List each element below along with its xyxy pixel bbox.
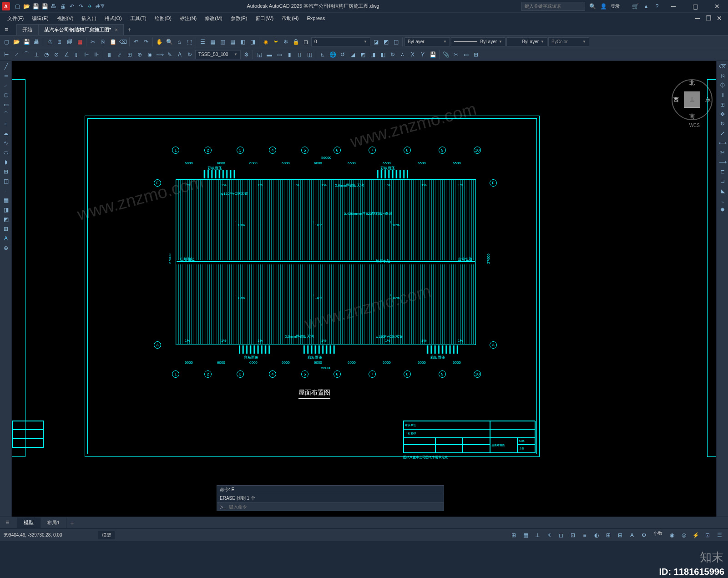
ortho-icon[interactable]: ⊥	[532, 530, 542, 540]
explode-icon[interactable]: ✸	[718, 205, 728, 214]
ucs-view-icon[interactable]: ◨	[368, 50, 377, 59]
polygon-icon[interactable]: ⬡	[1, 91, 11, 100]
layerprev-icon[interactable]: ◫	[391, 37, 400, 46]
ellipse-icon[interactable]: ⬭	[1, 148, 11, 157]
menu-close-icon[interactable]: ✕	[714, 14, 724, 23]
publish-icon[interactable]: 🗐	[65, 37, 74, 46]
close-button[interactable]: ✕	[708, 0, 726, 13]
ucs-orig-icon[interactable]: ◧	[378, 50, 387, 59]
otrack-icon[interactable]: ⊡	[568, 530, 578, 540]
zoomwin-icon[interactable]: ⌂	[175, 37, 184, 46]
markup-icon[interactable]: ◧	[238, 37, 247, 46]
copy-obj-icon[interactable]: ⎘	[718, 71, 728, 81]
qcalc-icon[interactable]: ◨	[248, 37, 257, 46]
vp4-icon[interactable]: ▯	[295, 50, 304, 59]
hamburger-icon[interactable]: ≡	[5, 26, 14, 35]
drawing-canvas[interactable]: 北 南 东 西 上 WCS www.znzmo.com www.znzmo.co…	[12, 61, 716, 541]
view-named-icon[interactable]: ◱	[255, 50, 264, 59]
save-icon[interactable]: 💾	[32, 3, 39, 10]
tab-close-icon[interactable]: ×	[115, 27, 118, 33]
vp1-icon[interactable]: ▬	[265, 50, 274, 59]
new-icon[interactable]: ▢	[14, 3, 21, 10]
ucs-obj-icon[interactable]: ◩	[358, 50, 367, 59]
rotate-icon[interactable]: ↻	[718, 119, 728, 128]
sc-icon[interactable]: ⊟	[615, 530, 625, 540]
print-icon[interactable]: 🖨	[59, 3, 66, 10]
copy-icon[interactable]: ⎘	[98, 37, 107, 46]
units-label[interactable]: 小数	[651, 530, 665, 540]
offset-icon[interactable]: ⫴	[718, 91, 728, 100]
ref-clip-icon[interactable]: ✂	[451, 50, 460, 59]
paste-icon[interactable]: 📋	[108, 37, 117, 46]
tab-drawing[interactable]: 某汽车公司钢结构厂房施工图* ×	[38, 24, 124, 35]
menu-view[interactable]: 视图(V)	[53, 14, 77, 23]
user-icon[interactable]: 👤	[600, 3, 607, 10]
point-icon[interactable]: ·	[1, 186, 11, 195]
ref-frame-icon[interactable]: ▭	[461, 50, 470, 59]
scale-icon[interactable]: ⤢	[718, 129, 728, 138]
break-icon[interactable]: ⊏	[718, 167, 728, 176]
dim-cont-icon[interactable]: ⊪	[92, 50, 101, 59]
ref-attach-icon[interactable]: 📎	[441, 50, 450, 59]
help-icon[interactable]: ?	[653, 3, 661, 10]
arc-icon[interactable]: ⌒	[1, 110, 11, 119]
dimupdate-icon[interactable]: ↻	[185, 50, 194, 59]
array-icon[interactable]: ⊞	[718, 100, 728, 109]
jog-icon[interactable]: ⟿	[155, 50, 164, 59]
layer-combo[interactable]: 0▼	[311, 37, 370, 46]
ucs-y-icon[interactable]: Y	[418, 50, 427, 59]
menu-insert[interactable]: 插入(I)	[78, 14, 100, 23]
preview-icon[interactable]: 🗎	[55, 37, 64, 46]
stretch-icon[interactable]: ⟷	[718, 138, 728, 147]
menu-express[interactable]: Express	[303, 15, 329, 22]
dim-space-icon[interactable]: ⫼	[105, 50, 114, 59]
lineweight-combo[interactable]: ByLayer▼	[506, 37, 547, 46]
layermatch-icon[interactable]: ◩	[381, 37, 390, 46]
help-search-input[interactable]: 键入关键字或短语	[521, 2, 585, 11]
ucs-x-icon[interactable]: X	[408, 50, 417, 59]
layout-tab-model[interactable]: 模型	[17, 517, 40, 528]
menu-tools[interactable]: 工具(T)	[126, 14, 150, 23]
ssm-icon[interactable]: ▤	[228, 37, 237, 46]
qp-icon[interactable]: ⊞	[603, 530, 613, 540]
gear-icon[interactable]: ⚙	[639, 530, 649, 540]
ucs-z-icon[interactable]: ↻	[388, 50, 397, 59]
menu-dim[interactable]: 标注(N)	[176, 14, 200, 23]
dim-arc-icon[interactable]: ⌒	[22, 50, 31, 59]
join-icon[interactable]: ⊐	[718, 177, 728, 186]
dim-ang-icon[interactable]: ∠	[62, 50, 71, 59]
tp-icon[interactable]: ▥	[218, 37, 227, 46]
hatch-icon[interactable]: ▦	[1, 196, 11, 205]
center-icon[interactable]: ⊕	[135, 50, 144, 59]
anno-icon[interactable]: A	[627, 530, 637, 540]
mirror-icon[interactable]: ⏀	[718, 81, 728, 90]
dim-linear-icon[interactable]: ⊢	[2, 50, 11, 59]
extend-icon[interactable]: ⟶	[718, 157, 728, 167]
status-model-label[interactable]: 模型	[98, 531, 115, 539]
menu-modify[interactable]: 修改(M)	[201, 14, 226, 23]
menu-file[interactable]: 文件(F)	[4, 14, 27, 23]
table-icon[interactable]: ⊞	[1, 224, 11, 233]
tol-icon[interactable]: ⊞	[125, 50, 134, 59]
block-icon[interactable]: ◫	[1, 177, 11, 186]
redo2-icon[interactable]: ↷	[142, 37, 151, 46]
ucs-save-icon[interactable]: 💾	[428, 50, 437, 59]
inspect-icon[interactable]: ◉	[145, 50, 154, 59]
xline-icon[interactable]: ━	[1, 71, 11, 81]
layeriso-icon[interactable]: ◪	[371, 37, 380, 46]
lwt-icon[interactable]: ≡	[580, 530, 590, 540]
vp2-icon[interactable]: ▭	[275, 50, 284, 59]
cube-top[interactable]: 上	[684, 91, 700, 108]
hwaccel-icon[interactable]: ⚡	[691, 530, 701, 540]
view-cube[interactable]: 北 南 东 西 上	[672, 79, 713, 120]
layer-color-icon[interactable]: ◻	[301, 37, 310, 46]
ellipsearc-icon[interactable]: ◗	[1, 157, 11, 167]
erase-icon[interactable]: ⌫	[718, 62, 728, 71]
app-logo[interactable]: A	[2, 2, 10, 10]
menu-param[interactable]: 参数(P)	[227, 14, 251, 23]
tab-add-button[interactable]: +	[124, 24, 135, 35]
send-icon[interactable]: ✈	[86, 3, 94, 10]
ucs-icon[interactable]: ⊾	[318, 50, 327, 59]
trim-icon[interactable]: ✂	[718, 148, 728, 157]
freeze-icon[interactable]: ❄	[281, 37, 290, 46]
